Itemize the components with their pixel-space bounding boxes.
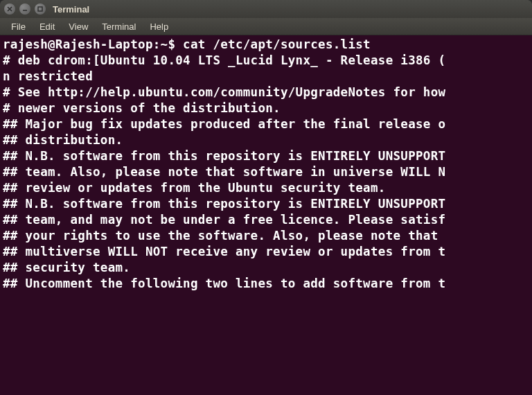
terminal-line: ## team. Also, please note that software… bbox=[3, 164, 529, 180]
minimize-button[interactable] bbox=[19, 3, 30, 15]
terminal-line: ## security team. bbox=[3, 260, 529, 276]
terminal-line: # See http://help.ubuntu.com/community/U… bbox=[3, 85, 529, 100]
terminal-line: ## N.B. software from this repository is… bbox=[3, 148, 529, 164]
menu-edit[interactable]: Edit bbox=[33, 19, 62, 34]
terminal-line: # deb cdrom:[Ubuntu 10.04 LTS _Lucid Lyn… bbox=[3, 53, 529, 69]
terminal-line: ## N.B. software from this repository is… bbox=[3, 196, 529, 212]
menu-terminal[interactable]: Terminal bbox=[95, 19, 143, 34]
terminal-line: ## your rights to use the software. Also… bbox=[3, 228, 529, 244]
menu-file[interactable]: File bbox=[4, 19, 33, 34]
terminal-body[interactable]: rajesh@Rajesh-Laptop:~$ cat /etc/apt/sou… bbox=[0, 35, 532, 395]
terminal-line: n restricted bbox=[3, 69, 529, 85]
terminal-line: ## Uncomment the following two lines to … bbox=[3, 276, 529, 292]
maximize-button[interactable] bbox=[35, 3, 46, 15]
terminal-line: # newer versions of the distribution. bbox=[3, 100, 529, 116]
terminal-line: ## multiverse WILL NOT receive any revie… bbox=[3, 244, 529, 260]
menu-view[interactable]: View bbox=[62, 19, 95, 34]
svg-rect-0 bbox=[38, 7, 42, 11]
window-title: Terminal bbox=[53, 4, 89, 15]
terminal-line: ## Major bug fix updates produced after … bbox=[3, 116, 529, 132]
terminal-line: rajesh@Rajesh-Laptop:~$ cat /etc/apt/sou… bbox=[3, 37, 529, 53]
terminal-line: ## distribution. bbox=[3, 132, 529, 148]
terminal-line: ## review or updates from the Ubuntu sec… bbox=[3, 180, 529, 196]
close-button[interactable] bbox=[4, 3, 15, 15]
menu-help[interactable]: Help bbox=[143, 19, 175, 34]
terminal-window: Terminal File Edit View Terminal Help ra… bbox=[0, 0, 532, 395]
titlebar: Terminal bbox=[0, 0, 532, 18]
terminal-line: ## team, and may not be under a free lic… bbox=[3, 212, 529, 228]
window-controls bbox=[4, 3, 46, 15]
menubar: File Edit View Terminal Help bbox=[0, 18, 532, 35]
